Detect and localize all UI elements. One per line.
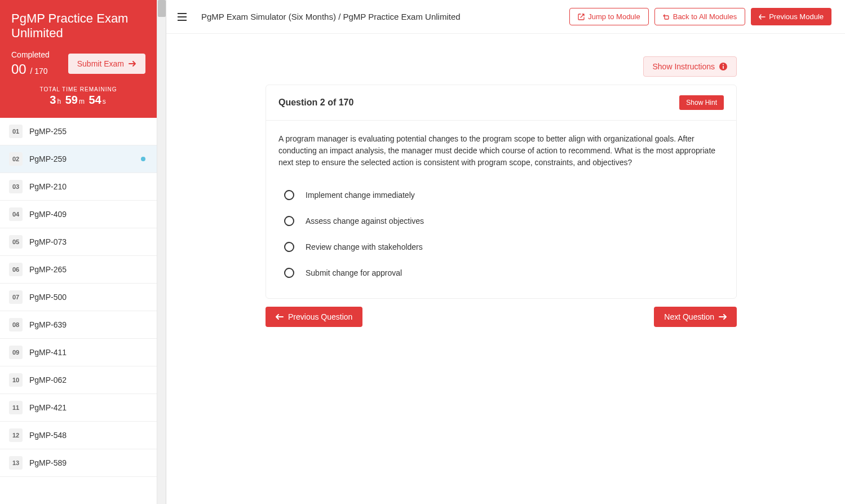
question-item[interactable]: 08PgMP-639 [0, 311, 157, 339]
main: PgMP Exam Simulator (Six Months) / PgMP … [157, 0, 845, 504]
question-number: 13 [9, 456, 23, 470]
completed-count: 00 / 170 [11, 61, 50, 77]
question-number-title: Question 2 of 170 [278, 98, 353, 108]
question-item[interactable]: 13PgMP-589 [0, 449, 157, 477]
submit-exam-label: Submit Exam [77, 59, 124, 68]
question-label: PgMP-589 [29, 458, 67, 467]
question-number: 04 [9, 207, 23, 221]
question-header: Question 2 of 170 Show Hint [266, 85, 736, 121]
jump-label: Jump to Module [588, 12, 640, 21]
arrow-right-icon [129, 60, 136, 67]
sidebar: PgMP Practice Exam Unlimited Completed 0… [0, 0, 157, 504]
instructions-label: Show Instructions [653, 62, 715, 71]
question-number: 10 [9, 373, 23, 387]
completed-label: Completed [11, 50, 50, 59]
time-label: TOTAL TIME REMAINING [11, 86, 145, 92]
completed-number: 00 [11, 61, 26, 77]
previous-module-button[interactable]: Previous Module [751, 8, 831, 25]
question-label: PgMP-411 [29, 348, 67, 357]
menu-icon[interactable] [178, 13, 187, 21]
question-item[interactable]: 09PgMP-411 [0, 339, 157, 366]
question-item[interactable]: 04PgMP-409 [0, 201, 157, 228]
answer-option[interactable]: Implement change immediately [278, 182, 724, 208]
exam-title: PgMP Practice Exam Unlimited [11, 11, 145, 41]
question-item[interactable]: 03PgMP-210 [0, 173, 157, 201]
next-question-label: Next Question [664, 312, 714, 321]
answer-option[interactable]: Review change with stakeholders [278, 234, 724, 260]
question-item[interactable]: 07PgMP-500 [0, 284, 157, 311]
svg-rect-1 [723, 66, 724, 69]
question-number: 02 [9, 152, 23, 166]
submit-exam-button[interactable]: Submit Exam [68, 54, 145, 74]
time-h-unit: h [57, 98, 61, 105]
completed-total: / 170 [30, 67, 47, 76]
question-number: 01 [9, 125, 23, 138]
topbar-actions: Jump to Module Back to All Modules Previ… [569, 8, 831, 25]
question-label: PgMP-548 [29, 431, 67, 440]
completed-stats: Completed 00 / 170 [11, 50, 50, 77]
prev-module-label: Previous Module [769, 12, 824, 21]
back-label: Back to All Modules [673, 12, 737, 21]
question-list[interactable]: 01PgMP-255 02PgMP-259 03PgMP-210 04PgMP-… [0, 118, 157, 504]
back-to-modules-button[interactable]: Back to All Modules [654, 8, 745, 25]
question-number: 09 [9, 346, 23, 359]
content: Show Instructions Question 2 of 170 Show… [157, 34, 845, 504]
answer-option[interactable]: Submit change for approval [278, 260, 724, 286]
radio-icon [284, 216, 294, 226]
time-minutes: 59 [65, 94, 78, 106]
question-label: PgMP-500 [29, 293, 67, 302]
question-label: PgMP-639 [29, 320, 67, 329]
question-label: PgMP-259 [29, 154, 67, 163]
question-body: A program manager is evaluating potentia… [266, 121, 736, 298]
question-item[interactable]: 01PgMP-255 [0, 118, 157, 145]
question-label: PgMP-062 [29, 375, 67, 384]
question-label: PgMP-255 [29, 127, 67, 136]
question-item[interactable]: 10PgMP-062 [0, 366, 157, 394]
question-item[interactable]: 02PgMP-259 [0, 145, 157, 173]
question-number: 07 [9, 290, 23, 304]
sidebar-header: PgMP Practice Exam Unlimited Completed 0… [0, 0, 157, 118]
time-remaining: TOTAL TIME REMAINING 3h 59m 54s [11, 86, 145, 107]
question-number: 11 [9, 401, 23, 414]
question-label: PgMP-265 [29, 265, 67, 274]
previous-question-button[interactable]: Previous Question [266, 307, 362, 327]
radio-icon [284, 268, 294, 278]
show-hint-button[interactable]: Show Hint [679, 95, 724, 110]
question-item[interactable]: 12PgMP-548 [0, 422, 157, 449]
svg-point-2 [723, 64, 724, 65]
nav-row: Previous Question Next Question [266, 307, 737, 327]
prev-question-label: Previous Question [288, 312, 352, 321]
time-m-unit: m [79, 98, 85, 105]
time-seconds: 54 [89, 94, 101, 106]
question-item[interactable]: 06PgMP-265 [0, 256, 157, 284]
current-indicator-icon [141, 157, 145, 161]
radio-icon [284, 242, 294, 252]
time-value: 3h 59m 54s [11, 94, 145, 107]
topbar: PgMP Exam Simulator (Six Months) / PgMP … [157, 0, 845, 34]
radio-icon [284, 190, 294, 200]
next-question-button[interactable]: Next Question [654, 307, 737, 327]
time-hours: 3 [50, 94, 56, 106]
question-label: PgMP-210 [29, 182, 67, 191]
stats-row: Completed 00 / 170 Submit Exam [11, 50, 145, 77]
time-s-unit: s [103, 98, 106, 105]
answer-text: Submit change for approval [306, 268, 402, 277]
jump-to-module-button[interactable]: Jump to Module [569, 8, 649, 25]
scrollbar[interactable] [157, 0, 166, 504]
answer-text: Review change with stakeholders [306, 242, 423, 251]
arrow-right-icon [719, 313, 727, 320]
question-text: A program manager is evaluating potentia… [278, 133, 724, 169]
show-instructions-button[interactable]: Show Instructions [643, 56, 737, 77]
arrow-left-icon [759, 14, 766, 20]
answer-option[interactable]: Assess change against objectives [278, 208, 724, 234]
question-item[interactable]: 05PgMP-073 [0, 228, 157, 256]
question-item[interactable]: 11PgMP-421 [0, 394, 157, 422]
breadcrumb: PgMP Exam Simulator (Six Months) / PgMP … [201, 12, 461, 21]
answer-text: Implement change immediately [306, 191, 415, 200]
question-label: PgMP-421 [29, 403, 67, 412]
question-number: 05 [9, 235, 23, 249]
scrollbar-thumb[interactable] [158, 0, 166, 17]
question-number: 03 [9, 180, 23, 193]
question-card: Question 2 of 170 Show Hint A program ma… [266, 85, 737, 299]
question-label: PgMP-073 [29, 237, 67, 246]
